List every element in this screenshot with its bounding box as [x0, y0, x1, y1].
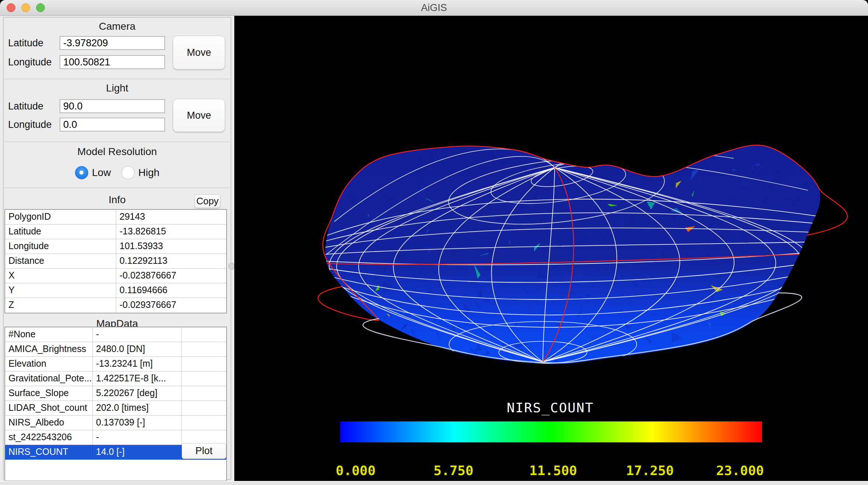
- mapdata-row-label: Surface_Slope: [5, 386, 93, 400]
- info-table-row[interactable]: Y 0.11694666: [5, 283, 226, 298]
- camera-longitude-label: Longitude: [8, 55, 52, 69]
- plot-button[interactable]: Plot: [182, 443, 226, 459]
- camera-latitude-label: Latitude: [8, 36, 43, 50]
- control-panel: Camera Latitude Longitude Move Light Lat…: [3, 17, 231, 480]
- colorbar-tick-label: 23.000: [716, 463, 764, 478]
- info-row-label: Distance: [5, 254, 116, 268]
- model-viewport[interactable]: NIRS_COUNT0.0005.75011.50017.25023.000: [234, 16, 868, 481]
- mapdata-row-label: #None: [5, 327, 93, 342]
- mapdata-row-value: -: [93, 327, 182, 342]
- section-divider: [4, 141, 230, 142]
- info-table: PolygonID 29143 Latitude -13.826815 Long…: [4, 209, 227, 313]
- light-longitude-input[interactable]: [60, 118, 165, 132]
- info-row-label: Latitude: [5, 224, 116, 239]
- resolution-high-label: High: [138, 165, 160, 180]
- mapdata-row-value: 0.137039 [-]: [93, 416, 182, 430]
- info-row-label: Z: [5, 298, 116, 313]
- mapdata-row-value: 202.0 [times]: [93, 401, 182, 415]
- info-table-row[interactable]: Z -0.029376667: [5, 298, 226, 313]
- info-row-label: X: [5, 269, 116, 283]
- mapdata-row-label: st_2422543206: [5, 430, 93, 445]
- window-bottom-edge: [0, 481, 868, 485]
- colorbar-tick-label: 17.250: [626, 463, 674, 478]
- info-row-value: 0.12292113: [116, 254, 226, 268]
- mapdata-row-value: -13.23241 [m]: [93, 357, 182, 371]
- light-longitude-label: Longitude: [8, 117, 52, 132]
- window-title: AiGIS: [0, 0, 868, 16]
- mapdata-row-extra: [182, 342, 226, 356]
- mapdata-row-extra: [182, 416, 226, 430]
- section-divider: [4, 187, 230, 188]
- copy-button[interactable]: Copy: [195, 194, 220, 208]
- light-section-title: Light: [4, 82, 231, 94]
- mapdata-row[interactable]: AMICA_Brightness 2480.0 [DN]: [5, 342, 226, 357]
- mapdata-row[interactable]: Elevation -13.23241 [m]: [5, 357, 226, 371]
- mapdata-row-label: Elevation: [5, 357, 93, 371]
- mapdata-row[interactable]: Surface_Slope 5.220267 [deg]: [5, 386, 226, 401]
- mapdata-row[interactable]: #None -: [5, 327, 226, 342]
- splitter-handle[interactable]: [228, 263, 235, 270]
- light-move-button[interactable]: Move: [173, 99, 225, 132]
- mapdata-row-extra: [182, 371, 226, 386]
- info-row-value: -0.023876667: [116, 269, 226, 283]
- resolution-high-radio[interactable]: [121, 166, 135, 179]
- mapdata-row[interactable]: LIDAR_Shot_count 202.0 [times]: [5, 401, 226, 416]
- light-latitude-label: Latitude: [8, 99, 43, 114]
- mapdata-row[interactable]: Gravitational_Pote... 1.422517E-8 [k...: [5, 371, 226, 386]
- mapdata-row-label: LIDAR_Shot_count: [5, 401, 93, 415]
- mapdata-row-extra: [182, 327, 226, 342]
- mapdata-row-value: 5.220267 [deg]: [93, 386, 182, 400]
- resolution-low-radio[interactable]: [75, 166, 88, 179]
- resolution-low-label: Low: [92, 165, 111, 180]
- mapdata-row-value: -: [93, 430, 182, 445]
- mapdata-row-label: NIRS_Albedo: [5, 416, 93, 430]
- info-row-value: 0.11694666: [116, 283, 226, 298]
- colorbar: NIRS_COUNT0.0005.75011.50017.25023.000: [336, 400, 764, 478]
- app-window: AiGIS Camera Latitude Longitude Move Lig…: [0, 0, 868, 485]
- info-table-row[interactable]: Latitude -13.826815: [5, 224, 226, 239]
- colorbar-tick-label: 11.500: [529, 463, 577, 478]
- camera-latitude-input[interactable]: [60, 36, 165, 50]
- info-row-label: Longitude: [5, 239, 116, 254]
- section-divider: [4, 79, 230, 79]
- info-table-row[interactable]: Longitude 101.53933: [5, 239, 226, 254]
- info-row-value: 101.53933: [116, 239, 226, 254]
- info-row-value: -0.029376667: [116, 298, 226, 313]
- mapdata-row-extra: [182, 401, 226, 415]
- info-table-row[interactable]: PolygonID 29143: [5, 210, 226, 224]
- mapdata-row-extra: [182, 430, 226, 445]
- mapdata-row[interactable]: st_2422543206 -: [5, 430, 226, 445]
- mapdata-row-value: 2480.0 [DN]: [93, 342, 182, 356]
- mapdata-row-label: AMICA_Brightness: [5, 342, 93, 356]
- colorbar-tick-label: 5.750: [434, 463, 473, 478]
- mapdata-row[interactable]: NIRS_Albedo 0.137039 [-]: [5, 416, 226, 430]
- model-resolution-title: Model Resolution: [4, 146, 231, 158]
- colorbar-gradient: [340, 421, 762, 442]
- info-table-row[interactable]: Distance 0.12292113: [5, 254, 226, 269]
- control-sidebar: Camera Latitude Longitude Move Light Lat…: [0, 16, 234, 481]
- mapdata-row-extra: [182, 386, 226, 400]
- info-row-label: PolygonID: [5, 210, 116, 224]
- camera-section-title: Camera: [4, 21, 231, 32]
- colorbar-tick-label: 0.000: [336, 463, 376, 478]
- camera-move-button[interactable]: Move: [173, 36, 225, 69]
- light-latitude-input[interactable]: [60, 99, 165, 113]
- mapdata-row-value: 14.0 [-]: [93, 445, 182, 460]
- colorbar-title: NIRS_COUNT: [507, 400, 594, 416]
- mapdata-row-value: 1.422517E-8 [k...: [93, 371, 182, 386]
- camera-longitude-input[interactable]: [60, 55, 165, 69]
- info-row-value: 29143: [116, 210, 226, 224]
- mapdata-row-label: NIRS_COUNT: [5, 445, 93, 460]
- titlebar: AiGIS: [0, 0, 868, 16]
- mapdata-row-extra: [182, 357, 226, 371]
- info-row-label: Y: [5, 283, 116, 298]
- info-table-row[interactable]: X -0.023876667: [5, 269, 226, 283]
- info-row-value: -13.826815: [116, 224, 226, 239]
- mapdata-row-label: Gravitational_Pote...: [5, 371, 93, 386]
